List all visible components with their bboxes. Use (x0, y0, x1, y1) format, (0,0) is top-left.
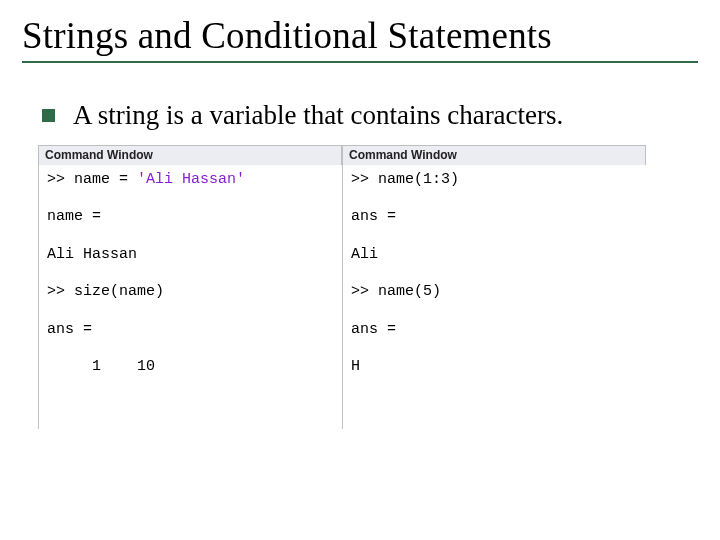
command-window-title: Command Window (349, 148, 457, 162)
code-panels: Command Window >> name = 'Ali Hassan' na… (38, 145, 698, 429)
code-line: ans = (351, 208, 396, 225)
string-literal: 'Ali Hassan' (137, 171, 245, 188)
title-rule (22, 61, 698, 63)
slide: Strings and Conditional Statements A str… (0, 0, 720, 540)
bullet-row: A string is a variable that contains cha… (42, 99, 698, 133)
code-line: >> name = (47, 171, 137, 188)
code-line: >> name(1:3) (351, 171, 459, 188)
command-window-left: Command Window >> name = 'Ali Hassan' na… (38, 145, 342, 429)
code-line: H (351, 358, 360, 375)
code-line: Ali Hassan (47, 246, 137, 263)
code-line: 1 10 (47, 358, 155, 375)
code-line: >> name(5) (351, 283, 441, 300)
command-window-body: >> name(1:3) ans = Ali >> name(5) ans = … (342, 165, 646, 429)
code-line: ans = (351, 321, 396, 338)
command-window-header: Command Window (38, 145, 342, 165)
code-line: Ali (351, 246, 378, 263)
square-bullet-icon (42, 109, 55, 122)
bullet-text: A string is a variable that contains cha… (73, 99, 563, 133)
slide-title: Strings and Conditional Statements (22, 14, 698, 57)
code-line: name = (47, 208, 101, 225)
command-window-body: >> name = 'Ali Hassan' name = Ali Hassan… (38, 165, 342, 429)
code-line: >> size(name) (47, 283, 164, 300)
command-window-title: Command Window (45, 148, 153, 162)
command-window-header: Command Window (342, 145, 646, 165)
command-window-right: Command Window >> name(1:3) ans = Ali >>… (342, 145, 646, 429)
code-line: ans = (47, 321, 92, 338)
